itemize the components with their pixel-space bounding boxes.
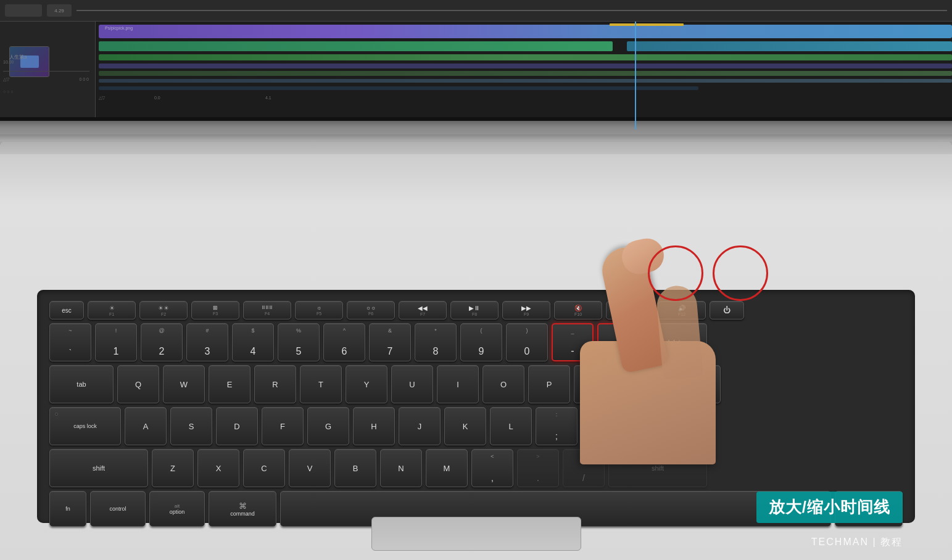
key-2[interactable]: @ 2 bbox=[141, 323, 183, 361]
trackpad[interactable] bbox=[371, 517, 581, 551]
key-fn[interactable]: fn bbox=[49, 491, 86, 527]
key-5[interactable]: % 5 bbox=[278, 323, 320, 361]
audio-track-bar-3 bbox=[99, 54, 952, 60]
key-r[interactable]: R bbox=[254, 365, 296, 403]
video-track-bar: Ps/picpick.png bbox=[99, 25, 952, 38]
key-option[interactable]: alt option bbox=[149, 491, 205, 527]
key-s[interactable]: S bbox=[170, 407, 212, 445]
key-9[interactable]: ( 9 bbox=[460, 323, 502, 361]
qwerty-row: tab Q W E R T Y U I O P { [ } ] bbox=[49, 365, 903, 403]
key-esc[interactable]: esc bbox=[49, 301, 84, 319]
key-6[interactable]: ^ 6 bbox=[323, 323, 365, 361]
key-f10[interactable]: 🔇 F10 bbox=[554, 301, 602, 319]
audio-track-bar-2 bbox=[627, 41, 952, 51]
asdf-row: caps lock A S D F G H J K L : ; " ' bbox=[49, 407, 903, 445]
key-shift-left[interactable]: shift bbox=[49, 449, 148, 487]
key-return[interactable]: return bbox=[627, 407, 707, 445]
key-f6[interactable]: ☼☼ F6 bbox=[347, 301, 395, 319]
track-header: 人生第3 10.00 △▽ 0 0 0 ○ ○ ○ bbox=[0, 22, 96, 130]
key-f2[interactable]: ☀☀ F2 bbox=[139, 301, 188, 319]
key-y[interactable]: Y bbox=[346, 365, 387, 403]
laptop-bezel bbox=[0, 142, 952, 154]
key-backslash[interactable]: | \ bbox=[665, 365, 721, 403]
key-3[interactable]: # 3 bbox=[186, 323, 228, 361]
key-bracket-close[interactable]: } ] bbox=[619, 365, 661, 403]
key-d[interactable]: D bbox=[216, 407, 258, 445]
key-v[interactable]: V bbox=[289, 449, 331, 487]
thumb-preview bbox=[9, 46, 49, 77]
key-7[interactable]: & 7 bbox=[369, 323, 411, 361]
key-command-left[interactable]: ⌘ command bbox=[209, 491, 276, 527]
keyboard: esc ☀ F1 ☀☀ F2 ⊞ F3 ⠿⠿⠿ F4 ☼ F5 bbox=[37, 290, 915, 523]
key-delete[interactable]: delete bbox=[643, 323, 707, 361]
key-period[interactable]: > . bbox=[517, 449, 559, 487]
number-row: ~ ` ! 1 @ 2 # 3 bbox=[49, 323, 903, 361]
timeline-topbar: 4.29 bbox=[0, 0, 952, 22]
key-0[interactable]: ) 0 bbox=[506, 323, 548, 361]
key-power[interactable]: ⏻ bbox=[710, 301, 744, 319]
key-i[interactable]: I bbox=[437, 365, 479, 403]
audio-track-bar-4 bbox=[99, 64, 952, 68]
key-1[interactable]: ! 1 bbox=[95, 323, 137, 361]
key-l[interactable]: L bbox=[490, 407, 532, 445]
key-t[interactable]: T bbox=[300, 365, 342, 403]
fn-row: esc ☀ F1 ☀☀ F2 ⊞ F3 ⠿⠿⠿ F4 ☼ F5 bbox=[49, 301, 903, 319]
key-f7[interactable]: ◀◀ F7 bbox=[399, 301, 447, 319]
key-c[interactable]: C bbox=[243, 449, 285, 487]
key-f[interactable]: F bbox=[262, 407, 304, 445]
key-e[interactable]: E bbox=[209, 365, 250, 403]
watermark: TECHMAN | 教程 bbox=[811, 536, 903, 549]
key-plus[interactable]: + = bbox=[597, 323, 639, 361]
key-capslock[interactable]: caps lock bbox=[49, 407, 121, 445]
yellow-track-bar bbox=[610, 23, 684, 26]
key-m[interactable]: M bbox=[426, 449, 468, 487]
audio-track-bar-1 bbox=[99, 41, 613, 51]
key-comma[interactable]: < , bbox=[471, 449, 513, 487]
key-u[interactable]: U bbox=[391, 365, 433, 403]
track-body: Ps/picpick.png △▽ 0.0 4.1 bbox=[96, 22, 952, 130]
key-minus[interactable]: _ - bbox=[552, 323, 594, 361]
key-f12[interactable]: 🔊 F12 bbox=[658, 301, 706, 319]
key-f5[interactable]: ☼ F5 bbox=[295, 301, 343, 319]
screen-area: 4.29 人生第3 10.00 △▽ 0 0 0 ○ ○ ○ P bbox=[0, 0, 952, 130]
key-4[interactable]: $ 4 bbox=[232, 323, 274, 361]
key-control[interactable]: control bbox=[90, 491, 146, 527]
key-b[interactable]: B bbox=[334, 449, 376, 487]
key-q[interactable]: Q bbox=[117, 365, 159, 403]
key-a[interactable]: A bbox=[125, 407, 167, 445]
key-f9[interactable]: ▶▶ F9 bbox=[502, 301, 550, 319]
subtitle-bar: 放大/缩小时间线 bbox=[756, 492, 903, 523]
key-j[interactable]: J bbox=[399, 407, 441, 445]
key-slash[interactable]: ? / bbox=[563, 449, 605, 487]
key-f11[interactable]: 🔉 F11 bbox=[606, 301, 654, 319]
key-shift-right[interactable]: shift bbox=[608, 449, 707, 487]
watermark-text: TECHMAN | 教程 bbox=[811, 537, 903, 547]
key-bracket-open[interactable]: { [ bbox=[574, 365, 616, 403]
key-semicolon[interactable]: : ; bbox=[536, 407, 577, 445]
key-g[interactable]: G bbox=[307, 407, 349, 445]
key-k[interactable]: K bbox=[444, 407, 486, 445]
key-f1[interactable]: ☀ F1 bbox=[88, 301, 136, 319]
key-p[interactable]: P bbox=[528, 365, 570, 403]
key-f3[interactable]: ⊞ F3 bbox=[191, 301, 239, 319]
playhead bbox=[635, 22, 636, 130]
subtitle-text: 放大/缩小时间线 bbox=[769, 498, 890, 516]
zxcv-row: shift Z X C V B N M < , > . bbox=[49, 449, 903, 487]
key-x[interactable]: X bbox=[197, 449, 239, 487]
key-n[interactable]: N bbox=[380, 449, 422, 487]
key-quote[interactable]: " ' bbox=[581, 407, 623, 445]
key-f4[interactable]: ⠿⠿⠿ F4 bbox=[243, 301, 291, 319]
timeline-tracks: 人生第3 10.00 △▽ 0 0 0 ○ ○ ○ Ps/picpick.png bbox=[0, 22, 952, 130]
key-h[interactable]: H bbox=[353, 407, 395, 445]
key-o[interactable]: O bbox=[482, 365, 524, 403]
key-tilde[interactable]: ~ ` bbox=[49, 323, 91, 361]
key-f8[interactable]: ▶⏸ F8 bbox=[450, 301, 499, 319]
timeline-editor: 4.29 人生第3 10.00 △▽ 0 0 0 ○ ○ ○ P bbox=[0, 0, 952, 130]
key-8[interactable]: * 8 bbox=[415, 323, 457, 361]
key-z[interactable]: Z bbox=[152, 449, 194, 487]
key-tab[interactable]: tab bbox=[49, 365, 114, 403]
key-w[interactable]: W bbox=[163, 365, 205, 403]
